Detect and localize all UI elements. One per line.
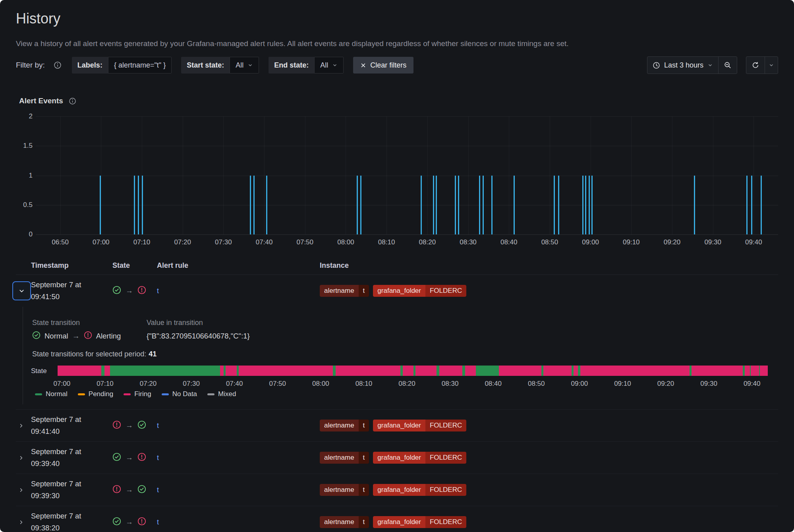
x-gridline xyxy=(509,116,509,234)
alert-rule-link[interactable]: t xyxy=(157,287,159,295)
x-gridline xyxy=(468,116,469,234)
transition-value: {"B":83.27095106640678,"C":1} xyxy=(147,332,250,340)
exclamation-circle-icon xyxy=(137,453,146,463)
state-transition-cell: → xyxy=(112,485,157,495)
state-transition-cell: → xyxy=(112,286,157,296)
end-state-select[interactable]: All xyxy=(314,57,344,74)
col-timestamp: Timestamp xyxy=(31,261,112,270)
labels-filter-input[interactable]: { alertname="t" } xyxy=(108,57,172,74)
alert-rule-link[interactable]: t xyxy=(157,518,159,526)
timeline-tick-label: 07:40 xyxy=(226,380,243,388)
timeline-segment-normal xyxy=(110,366,220,376)
zoom-out-icon xyxy=(724,61,732,69)
table-row: September 7 at09:39:40→talertnametgrafan… xyxy=(16,442,778,474)
collapse-row-button[interactable] xyxy=(12,281,31,300)
panel-info-icon[interactable] xyxy=(69,97,76,105)
legend-swatch xyxy=(207,393,214,395)
expand-row-button[interactable] xyxy=(18,455,24,461)
table-header: Timestamp State Alert rule Instance xyxy=(16,256,778,275)
y-gridline xyxy=(36,176,778,176)
alert-event-bar xyxy=(554,176,555,235)
legend-item[interactable]: No Data xyxy=(162,390,197,398)
check-circle-icon xyxy=(112,453,121,463)
badge-key: grafana_folder xyxy=(373,420,425,431)
alert-events-plot[interactable]: 06:5007:0007:1007:2007:3007:4007:5008:00… xyxy=(36,116,778,234)
timeline-segment-normal xyxy=(462,366,465,376)
alert-event-bar xyxy=(591,176,593,235)
alert-event-bar xyxy=(582,176,583,235)
y-axis-tick-label: 0.5 xyxy=(16,201,33,209)
timeline-tick-label: 09:40 xyxy=(744,380,761,388)
zoom-out-button[interactable] xyxy=(719,57,737,74)
instance-cell: alertnametgrafana_folderFOLDERC xyxy=(320,484,778,496)
exclamation-circle-icon xyxy=(137,286,146,296)
state-timeline-label: State xyxy=(31,367,47,375)
timestamp-time: 09:39:40 xyxy=(31,458,112,470)
alert-event-bar xyxy=(558,176,559,235)
y-gridline xyxy=(36,205,778,205)
timeline-tick-label: 09:20 xyxy=(657,380,674,388)
refresh-icon xyxy=(751,61,759,69)
alert-rule-link[interactable]: t xyxy=(157,454,159,462)
clear-filters-button[interactable]: Clear filters xyxy=(353,57,413,74)
close-icon xyxy=(360,62,366,68)
badge-value: FOLDERC xyxy=(425,484,466,496)
timestamp-date: September 7 at xyxy=(31,279,112,291)
timeline-segment-firing xyxy=(220,366,224,376)
alert-event-bar xyxy=(100,176,101,235)
value-in-transition-label: Value in transition xyxy=(147,319,203,327)
x-axis-tick-label: 06:50 xyxy=(52,238,69,246)
col-instance: Instance xyxy=(320,261,778,270)
state-transition-label: State transition xyxy=(32,319,147,327)
x-axis-tick-label: 09:40 xyxy=(745,238,762,246)
x-axis-tick-label: 07:50 xyxy=(296,238,313,246)
x-gridline xyxy=(753,116,754,234)
state-transition-cell: → xyxy=(112,453,157,463)
alert-history-page: History View a history of all alert even… xyxy=(0,0,794,532)
from-state-text: Normal xyxy=(44,332,68,340)
alert-event-bar xyxy=(360,176,361,235)
alert-event-bar xyxy=(421,176,422,235)
x-gridline xyxy=(264,116,265,234)
legend-item[interactable]: Mixed xyxy=(207,390,236,398)
alert-event-bar xyxy=(436,176,437,235)
x-axis-tick-label: 08:20 xyxy=(419,238,436,246)
col-state: State xyxy=(112,261,157,270)
timestamp-date: September 7 at xyxy=(31,446,112,458)
time-range-button[interactable]: Last 3 hours xyxy=(647,57,718,74)
expand-row-button[interactable] xyxy=(18,519,24,525)
x-gridline xyxy=(672,116,672,234)
x-gridline xyxy=(386,116,387,234)
badge-value: FOLDERC xyxy=(425,285,466,297)
exclamation-circle-icon xyxy=(112,485,121,495)
timeline-segment-firing xyxy=(439,366,462,376)
refresh-interval-dropdown[interactable] xyxy=(765,57,778,74)
page-subtitle: View a history of all alert events gener… xyxy=(16,39,569,48)
expand-row-button[interactable] xyxy=(18,487,24,493)
alert-rule-link[interactable]: t xyxy=(157,486,159,494)
filter-bar: Filter by: Labels: { alertname="t" } Sta… xyxy=(16,56,778,74)
alert-event-bar xyxy=(253,176,255,235)
x-gridline xyxy=(427,116,428,234)
instance-cell: alertnametgrafana_folderFOLDERC xyxy=(320,285,778,297)
start-state-select[interactable]: All xyxy=(230,57,259,74)
legend-item[interactable]: Pending xyxy=(78,390,113,398)
badge-value: t xyxy=(359,484,369,496)
legend-item[interactable]: Normal xyxy=(35,390,68,398)
badge-key: alertname xyxy=(320,452,359,464)
x-axis-tick-label: 09:10 xyxy=(623,238,640,246)
timestamp-time: 09:39:30 xyxy=(31,490,112,502)
refresh-button[interactable] xyxy=(746,57,765,74)
start-state-value: All xyxy=(236,61,243,70)
timestamp-date: September 7 at xyxy=(31,478,112,490)
expanded-row-detail: State transition Value in transition Nor… xyxy=(16,307,778,410)
x-gridline xyxy=(550,116,550,234)
alert-rule-link[interactable]: t xyxy=(157,422,159,429)
expand-row-button[interactable] xyxy=(18,423,24,429)
instance-label-badge: alertnamet xyxy=(320,516,369,528)
legend-item[interactable]: Firing xyxy=(124,390,151,398)
filter-info-icon[interactable] xyxy=(54,61,62,69)
to-state-text: Alerting xyxy=(96,332,121,340)
exclamation-circle-icon xyxy=(84,331,92,341)
timeline-segment-firing xyxy=(239,366,333,376)
